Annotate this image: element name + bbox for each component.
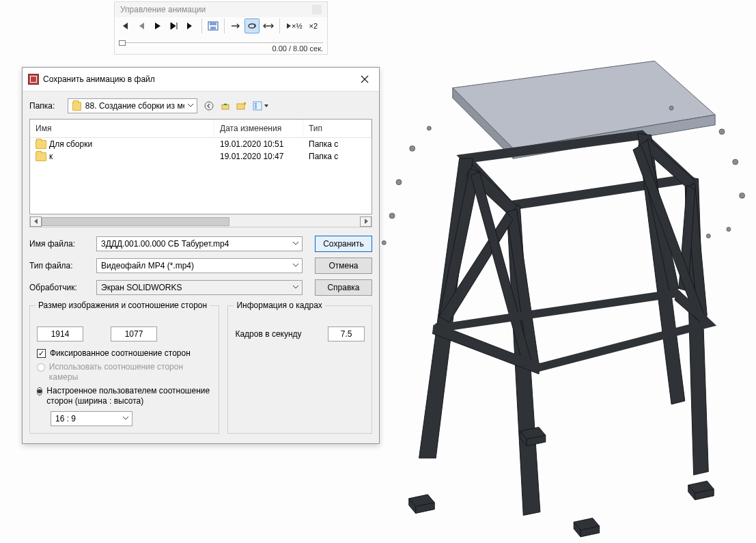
go-start-icon[interactable] <box>117 18 132 33</box>
speed-double-label: ×2 <box>309 22 318 30</box>
folder-icon <box>36 152 46 161</box>
back-icon[interactable] <box>201 98 216 113</box>
svg-rect-5 <box>237 104 244 109</box>
chevron-down-icon <box>292 262 299 270</box>
svg-point-43 <box>410 145 415 151</box>
loop-icon[interactable] <box>244 18 260 33</box>
chevron-down-icon <box>122 415 129 423</box>
height-input[interactable]: 1077 <box>111 326 157 342</box>
renderer-dropdown[interactable]: Экран SOLIDWORKS <box>96 280 303 295</box>
animation-time-text: 0.00 / 8.00 сек. <box>115 44 327 54</box>
radio-icon <box>37 363 45 372</box>
svg-rect-6 <box>253 102 262 110</box>
file-name: Для сборки <box>49 139 92 149</box>
fps-input[interactable]: 7.5 <box>328 326 365 342</box>
image-size-group: Размер изображения и соотношение сторон … <box>29 305 219 434</box>
svg-rect-4 <box>222 105 229 109</box>
camera-aspect-radio: Использовать соотношение сторон камеры <box>37 362 212 383</box>
go-end-icon[interactable] <box>183 18 198 33</box>
width-input[interactable]: 1914 <box>37 326 83 342</box>
fps-label: Кадров в секунду <box>235 329 301 339</box>
list-item[interactable]: к 19.01.2020 10:47 Папка с <box>30 150 372 163</box>
filename-label: Имя файла: <box>29 239 92 249</box>
svg-point-53 <box>727 227 731 232</box>
file-list: Имя Дата изменения Тип Для сборки 19.01.… <box>29 119 372 214</box>
leg-feet <box>409 427 714 537</box>
chevron-down-icon <box>292 283 299 292</box>
file-type: Папка с <box>309 139 366 149</box>
horizontal-scrollbar[interactable] <box>29 216 372 227</box>
folder-nav-icons <box>201 98 271 113</box>
col-name[interactable]: Имя <box>30 120 214 137</box>
col-date[interactable]: Дата изменения <box>214 120 303 137</box>
play-icon[interactable] <box>150 18 165 33</box>
svg-point-45 <box>389 213 395 219</box>
aspect-dropdown[interactable]: 16 : 9 <box>51 411 132 426</box>
play-once-icon[interactable] <box>228 18 243 33</box>
folder-value: 88. Создание сборки из металлок <box>85 101 184 111</box>
3d-viewport[interactable] <box>369 27 752 539</box>
stool-frame <box>419 134 709 516</box>
file-date: 19.01.2020 10:51 <box>220 139 309 149</box>
help-button[interactable]: Справка <box>315 279 372 296</box>
svg-point-52 <box>382 240 386 245</box>
new-folder-icon[interactable] <box>234 98 249 113</box>
fixed-aspect-checkbox[interactable]: Фиксированное соотношение сторон <box>37 348 212 359</box>
folder-icon <box>72 102 81 111</box>
save-animation-icon[interactable] <box>206 18 221 33</box>
filename-value: 3ДДД.001.00.000 СБ Табурет.mp4 <box>101 239 229 249</box>
speed-half-label: ×½ <box>292 22 303 30</box>
save-button[interactable]: Сохранить <box>315 236 372 252</box>
dialog-title: Сохранить анимацию в файл <box>43 74 354 84</box>
filetype-value: Видеофайл MP4 (*.mp4) <box>101 261 194 270</box>
svg-point-44 <box>396 180 402 185</box>
file-list-header: Имя Дата изменения Тип <box>30 120 372 138</box>
chevron-down-icon <box>292 240 299 248</box>
file-date: 19.01.2020 10:47 <box>220 152 309 161</box>
svg-point-51 <box>706 234 710 238</box>
file-type: Папка с <box>309 152 366 161</box>
image-size-legend: Размер изображения и соотношение сторон <box>36 301 210 310</box>
custom-aspect-radio[interactable]: Настроенное пользователем соотношение ст… <box>37 386 212 407</box>
scroll-left-icon[interactable] <box>30 217 42 227</box>
svg-point-50 <box>669 106 673 110</box>
filetype-dropdown[interactable]: Видеофайл MP4 (*.mp4) <box>96 258 303 273</box>
step-back-icon[interactable] <box>134 18 149 33</box>
folder-icon <box>36 140 46 149</box>
svg-point-46 <box>719 129 725 135</box>
filetype-label: Тип файла: <box>29 261 92 270</box>
animation-controller: Управление анимации ×½ ×2 0.00 / 8.00 се… <box>114 1 328 55</box>
pingpong-icon[interactable] <box>261 18 276 33</box>
animation-controller-title-text: Управление анимации <box>120 5 206 14</box>
list-item[interactable]: Для сборки 19.01.2020 10:51 Папка с <box>30 138 372 150</box>
animation-slider[interactable] <box>119 35 323 44</box>
frame-info-group: Информация о кадрах Кадров в секунду 7.5 <box>227 305 372 434</box>
aspect-value: 16 : 9 <box>55 414 76 423</box>
svg-point-48 <box>740 193 745 198</box>
filename-input[interactable]: 3ДДД.001.00.000 СБ Табурет.mp4 <box>96 236 303 251</box>
radio-icon <box>37 387 42 395</box>
speed-double-button[interactable]: ×2 <box>307 18 321 33</box>
dialog-titlebar: Сохранить анимацию в файл <box>23 68 379 92</box>
svg-rect-8 <box>255 105 257 107</box>
cancel-button[interactable]: Отмена <box>315 257 372 274</box>
svg-rect-1 <box>210 23 216 25</box>
view-menu-icon[interactable] <box>251 98 271 113</box>
svg-point-49 <box>427 126 431 130</box>
svg-rect-7 <box>255 103 257 105</box>
svg-point-47 <box>733 159 738 165</box>
step-forward-icon[interactable] <box>167 18 182 33</box>
renderer-label: Обработчик: <box>29 283 92 292</box>
frame-info-legend: Информация о кадрах <box>234 301 324 310</box>
minimize-icon[interactable] <box>312 5 322 14</box>
checkbox-icon <box>37 349 46 358</box>
save-animation-dialog: Сохранить анимацию в файл Папка: 88. Соз… <box>22 67 380 444</box>
animation-controller-title: Управление анимации <box>115 2 327 17</box>
svg-rect-2 <box>210 27 216 29</box>
speed-half-button[interactable]: ×½ <box>283 18 305 33</box>
renderer-value: Экран SOLIDWORKS <box>101 283 182 292</box>
col-type[interactable]: Тип <box>303 120 372 137</box>
folder-dropdown[interactable]: 88. Создание сборки из металлок <box>68 98 197 113</box>
animation-toolbar: ×½ ×2 <box>115 17 327 35</box>
up-folder-icon[interactable] <box>218 98 233 113</box>
